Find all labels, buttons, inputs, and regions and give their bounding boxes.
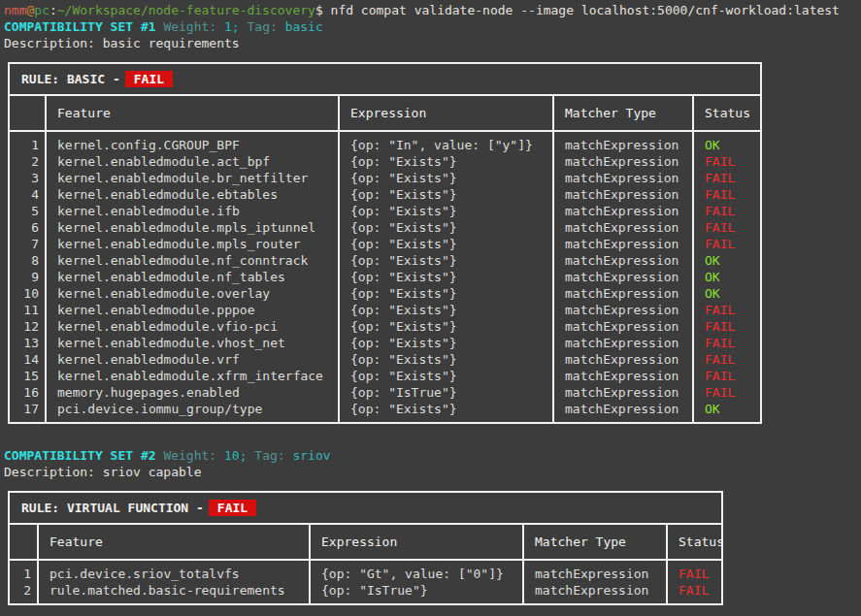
table-row: 17pci.device.iommu_group/type{op: "Exist…: [10, 401, 760, 422]
prompt-separator: :: [50, 3, 57, 17]
cell-expression: {op: "IsTrue"}: [339, 384, 553, 401]
set-description: Description: basic requirements: [4, 35, 861, 51]
table-row: 9kernel.enabledmodule.nf_tables{op: "Exi…: [10, 269, 760, 285]
cell-status: FAIL: [693, 335, 760, 351]
cell-feature: kernel.enabledmodule.overlay: [46, 285, 339, 302]
cell-expression: {op: "Exists"}: [339, 401, 553, 422]
table-row: 1pci.device.sriov_totalvfs{op: "Gt", val…: [10, 560, 721, 582]
cell-feature: kernel.enabledmodule.nf_tables: [46, 269, 339, 285]
weight-label: Weight:: [163, 19, 216, 34]
column-header: Feature: [38, 525, 310, 560]
set-title: COMPATIBILITY SET #2: [4, 448, 156, 463]
row-number: 15: [10, 368, 46, 384]
cell-status: FAIL: [693, 153, 760, 170]
cell-status: FAIL: [693, 302, 760, 318]
cell-feature: kernel.enabledmodule.br_netfilter: [46, 170, 339, 186]
cell-feature: kernel.enabledmodule.vhost_net: [46, 335, 339, 351]
shell-prompt-line: nmm@pc:~/Workspace/node-feature-discover…: [4, 2, 861, 18]
cell-matcher-type: matchExpression: [553, 186, 693, 203]
weight-value: 10;: [224, 448, 247, 463]
prompt-path: ~/Workspace/node-feature-discovery: [57, 3, 315, 17]
column-header: Feature: [46, 96, 339, 131]
row-number: 10: [10, 285, 46, 302]
cell-expression: {op: "Exists"}: [339, 269, 553, 285]
cell-status: FAIL: [693, 236, 760, 252]
cell-status: OK: [693, 269, 760, 285]
table-row: 8kernel.enabledmodule.nf_conntrack{op: "…: [10, 252, 760, 269]
cell-expression: {op: "In", value: ["y"]}: [339, 131, 553, 153]
cell-matcher-type: matchExpression: [553, 401, 693, 422]
table-row: 14kernel.enabledmodule.vrf{op: "Exists"}…: [10, 351, 760, 368]
row-number: 16: [10, 384, 46, 401]
cell-matcher-type: matchExpression: [553, 318, 693, 335]
cell-status: FAIL: [693, 186, 760, 203]
command-text: nfd compat validate-node --image localho…: [331, 3, 840, 17]
cell-matcher-type: matchExpression: [553, 302, 693, 318]
cell-matcher-type: matchExpression: [523, 582, 667, 603]
cell-status: FAIL: [693, 351, 760, 368]
cell-feature: kernel.enabledmodule.pppoe: [46, 302, 339, 318]
cell-matcher-type: matchExpression: [553, 236, 693, 252]
tag-label: Tag:: [254, 448, 284, 463]
row-number: 4: [10, 186, 46, 203]
cell-matcher-type: matchExpression: [553, 170, 693, 186]
table-row: 15kernel.enabledmodule.xfrm_interface{op…: [10, 368, 760, 384]
cell-expression: {op: "Exists"}: [339, 252, 553, 269]
cell-matcher-type: matchExpression: [553, 269, 693, 285]
cell-expression: {op: "Exists"}: [339, 186, 553, 203]
table-row: 12kernel.enabledmodule.vfio-pci{op: "Exi…: [10, 318, 760, 335]
row-number: 13: [10, 335, 46, 351]
column-header: [10, 96, 46, 131]
rule-table: RULE: BASIC -FAIL FeatureExpressionMatch…: [8, 62, 762, 424]
rule-header: RULE: BASIC -FAIL: [10, 64, 760, 96]
cell-feature: pci.device.sriov_totalvfs: [38, 560, 310, 582]
cell-matcher-type: matchExpression: [553, 335, 693, 351]
set-description: Description: sriov capable: [4, 464, 861, 480]
table-row: 1kernel.config.CGROUP_BPF{op: "In", valu…: [10, 131, 760, 153]
column-header: Expression: [339, 96, 553, 131]
tag-value: sriov: [292, 448, 330, 463]
cell-matcher-type: matchExpression: [553, 384, 693, 401]
cell-expression: {op: "Exists"}: [339, 318, 553, 335]
tag-value: basic: [285, 19, 323, 34]
cell-matcher-type: matchExpression: [553, 153, 693, 170]
table-row: 5kernel.enabledmodule.ifb{op: "Exists"}m…: [10, 203, 760, 219]
cell-matcher-type: matchExpression: [553, 285, 693, 302]
column-header: Status: [667, 525, 721, 560]
sets-container: COMPATIBILITY SET #1 Weight: 1; Tag: bas…: [4, 18, 861, 605]
table-row: 10kernel.enabledmodule.overlay{op: "Exis…: [10, 285, 760, 302]
row-number: 12: [10, 318, 46, 335]
row-number: 14: [10, 351, 46, 368]
cell-feature: kernel.config.CGROUP_BPF: [46, 131, 339, 153]
table-header-row: FeatureExpressionMatcher TypeStatus: [10, 96, 760, 131]
cell-expression: {op: "Exists"}: [339, 302, 553, 318]
cell-matcher-type: matchExpression: [553, 219, 693, 236]
cell-status: OK: [693, 285, 760, 302]
table-row: 2rule.matched.basic-requirements{op: "Is…: [10, 582, 721, 603]
results-table: FeatureExpressionMatcher TypeStatus 1pci…: [10, 525, 721, 603]
column-header: [10, 525, 38, 560]
cell-matcher-type: matchExpression: [553, 351, 693, 368]
set-title: COMPATIBILITY SET #1: [4, 19, 156, 34]
row-number: 5: [10, 203, 46, 219]
table-row: 13kernel.enabledmodule.vhost_net{op: "Ex…: [10, 335, 760, 351]
cell-expression: {op: "Exists"}: [339, 335, 553, 351]
row-number: 9: [10, 269, 46, 285]
cell-feature: kernel.enabledmodule.act_bpf: [46, 153, 339, 170]
results-table: FeatureExpressionMatcher TypeStatus 1ker…: [10, 96, 760, 422]
cell-expression: {op: "Exists"}: [339, 153, 553, 170]
rule-header: RULE: VIRTUAL FUNCTION -FAIL: [10, 493, 721, 525]
prompt-host: pc: [34, 3, 50, 17]
cell-feature: kernel.enabledmodule.ifb: [46, 203, 339, 219]
table-row: 6kernel.enabledmodule.mpls_iptunnel{op: …: [10, 219, 760, 236]
cell-expression: {op: "Gt", value: ["0"]}: [310, 560, 523, 582]
compatibility-set: COMPATIBILITY SET #2 Weight: 10; Tag: sr…: [4, 447, 861, 605]
cell-expression: {op: "Exists"}: [339, 203, 553, 219]
column-header: Matcher Type: [553, 96, 693, 131]
cell-status: OK: [693, 252, 760, 269]
cell-status: FAIL: [693, 318, 760, 335]
cell-status: OK: [693, 401, 760, 422]
row-number: 7: [10, 236, 46, 252]
cell-feature: kernel.enabledmodule.nf_conntrack: [46, 252, 339, 269]
tag-label: Tag:: [247, 19, 277, 34]
